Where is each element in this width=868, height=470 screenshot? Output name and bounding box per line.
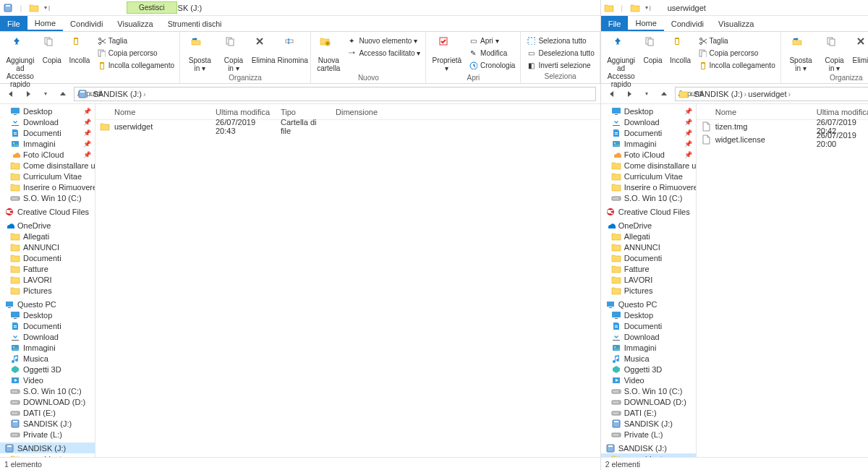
nav-item[interactable]: Creative Cloud Files <box>601 206 696 217</box>
nav-item[interactable]: SANDISK (J:) <box>601 418 696 429</box>
tab-tools[interactable]: Strumenti dischi <box>161 16 229 31</box>
nav-item[interactable]: Allegati <box>0 231 95 242</box>
nav-item[interactable]: Pictures <box>601 285 696 296</box>
nav-item[interactable]: Pictures <box>0 285 95 296</box>
nav-forward-button[interactable] <box>22 87 35 101</box>
nav-item[interactable]: userwidget <box>0 453 95 457</box>
rename-button[interactable]: Rinomina <box>278 33 307 66</box>
cut-button[interactable]: Taglia <box>695 35 778 46</box>
nav-item[interactable]: Desktop📌 <box>0 106 95 116</box>
nav-item[interactable]: S.O. Win 10 (C:) <box>601 385 696 396</box>
nav-item[interactable]: Private (L:) <box>601 429 696 440</box>
nav-item[interactable]: Come disinstallare un App da… <box>0 160 95 171</box>
nav-item[interactable]: DOWNLOAD (D:) <box>601 396 696 407</box>
nav-item[interactable]: Immagini📌 <box>601 138 696 149</box>
nav-item[interactable]: SANDISK (J:) <box>0 443 95 453</box>
breadcrumb-item[interactable]: userwidget <box>748 90 786 98</box>
copyto-button[interactable]: Copia in ▾ <box>218 33 250 74</box>
nav-back-button[interactable] <box>605 87 618 101</box>
nav-item[interactable]: Inserire o Rimuovere un canal… <box>0 181 95 192</box>
nav-item[interactable]: Musica <box>0 353 95 364</box>
nav-item[interactable]: Desktop <box>0 309 95 320</box>
invert-button[interactable]: ◧Inverti selezione <box>524 59 596 71</box>
tab-share[interactable]: Condividi <box>63 16 110 31</box>
nav-item[interactable]: Private (L:) <box>0 429 95 440</box>
col-size[interactable]: Dimensione <box>331 108 382 116</box>
nav-item[interactable]: Questo PC <box>0 299 95 309</box>
breadcrumb-item[interactable]: SANDISK (J:) <box>93 90 142 98</box>
column-headers[interactable]: Nome Ultima modifica Tipo Dimensione <box>95 104 600 120</box>
breadcrumb[interactable]: ›SANDISK (J:)› <box>74 87 596 101</box>
col-date[interactable]: Ultima modifica <box>211 108 276 116</box>
paste-button[interactable]: Incolla <box>67 33 93 66</box>
nav-item[interactable]: DATI (E:) <box>601 407 696 418</box>
pin-button[interactable]: Aggiungi ad Accesso rapido <box>604 33 639 90</box>
moveto-button[interactable]: Sposta in ▾ <box>183 33 217 74</box>
nav-item[interactable]: Documenti <box>601 252 696 263</box>
nav-item[interactable]: Come disinstallare un App da… <box>601 160 696 171</box>
nav-pane[interactable]: Desktop📌Download📌Documenti📌Immagini📌Foto… <box>0 104 95 457</box>
nav-item[interactable]: SANDISK (J:) <box>601 443 696 453</box>
nav-item[interactable]: Documenti📌 <box>601 127 696 138</box>
col-date[interactable]: Ultima modifica <box>812 108 868 116</box>
nav-item[interactable]: Desktop <box>601 309 696 320</box>
nav-pane[interactable]: Desktop📌Download📌Documenti📌Immagini📌Foto… <box>601 104 697 457</box>
delete-button[interactable]: Elimina <box>851 33 868 66</box>
nav-item[interactable]: Download <box>0 331 95 342</box>
tab-home[interactable]: Home <box>27 16 63 31</box>
nav-item[interactable]: Video <box>0 375 95 385</box>
breadcrumb-item[interactable]: SANDISK (J:) <box>694 90 742 98</box>
history-button[interactable]: Cronologia <box>466 59 517 71</box>
nav-item[interactable]: Fatture <box>0 263 95 274</box>
nav-item[interactable]: Download📌 <box>0 116 95 127</box>
copy-button[interactable]: Copia <box>39 33 65 66</box>
nav-item[interactable]: S.O. Win 10 (C:) <box>0 385 95 396</box>
nav-item[interactable]: Download📌 <box>601 116 696 127</box>
nav-item[interactable]: Oggetti 3D <box>601 364 696 375</box>
nav-item[interactable]: Inserire o Rimuovere un canal… <box>601 181 696 192</box>
nav-item[interactable]: LAVORI <box>601 274 696 285</box>
nav-up-button[interactable] <box>56 87 69 101</box>
nav-back-button[interactable] <box>4 87 17 101</box>
delete-button[interactable]: Elimina <box>250 33 276 66</box>
nav-item[interactable]: S.O. Win 10 (C:) <box>0 192 95 203</box>
nav-item[interactable]: OneDrive <box>601 220 696 231</box>
copypath-button[interactable]: Copia percorso <box>695 47 778 59</box>
nav-item[interactable]: Oggetti 3D <box>0 364 95 375</box>
properties-button[interactable]: Proprietà ▾ <box>429 33 464 74</box>
cut-button[interactable]: Taglia <box>94 35 176 46</box>
easyaccess-button[interactable]: ⭢Accesso facilitato ▾ <box>344 47 422 59</box>
breadcrumb[interactable]: ›SANDISK (J:)›userwidget› <box>675 87 868 101</box>
nav-item[interactable]: Documenti <box>601 320 696 331</box>
nav-item[interactable]: Immagini📌 <box>0 138 95 149</box>
pastelink-button[interactable]: Incolla collegamento <box>695 59 778 71</box>
nav-item[interactable]: Curriculum Vitae <box>601 171 696 181</box>
nav-item[interactable]: Allegati <box>601 231 696 242</box>
nav-item[interactable]: OneDrive <box>0 220 95 231</box>
nav-item[interactable]: S.O. Win 10 (C:) <box>601 192 696 203</box>
nav-item[interactable]: Immagini <box>601 342 696 353</box>
tab-view[interactable]: Visualizza <box>711 16 761 31</box>
nav-item[interactable]: ANNUNCI <box>0 242 95 252</box>
manage-tab[interactable]: Gestisci <box>127 1 177 14</box>
moveto-button[interactable]: Sposta in ▾ <box>784 33 818 74</box>
nav-item[interactable]: Questo PC <box>601 299 696 309</box>
nav-item[interactable]: ANNUNCI <box>601 242 696 252</box>
selectnone-button[interactable]: ▭Deseleziona tutto <box>524 47 596 59</box>
nav-item[interactable]: Curriculum Vitae <box>0 171 95 181</box>
qat-dropdown-icon[interactable]: ▾ | <box>42 3 52 13</box>
nav-item[interactable]: Download <box>601 331 696 342</box>
col-type[interactable]: Tipo <box>276 108 331 116</box>
selectall-button[interactable]: Seleziona tutto <box>524 35 596 46</box>
tab-home[interactable]: Home <box>628 16 663 31</box>
paste-button[interactable]: Incolla <box>668 33 694 66</box>
copyto-button[interactable]: Copia in ▾ <box>819 33 850 74</box>
nav-item[interactable]: Desktop📌 <box>601 106 696 116</box>
file-row[interactable]: widget.license 26/07/2019 20:00 File LIC… <box>697 133 868 146</box>
copy-button[interactable]: Copia <box>640 33 666 66</box>
nav-item[interactable]: Foto iCloud📌 <box>601 149 696 160</box>
nav-recent-button[interactable]: ▾ <box>640 87 653 101</box>
nav-forward-button[interactable] <box>623 87 636 101</box>
pin-button[interactable]: Aggiungi ad Accesso rapido <box>3 33 38 90</box>
col-name[interactable]: Nome <box>697 108 812 116</box>
